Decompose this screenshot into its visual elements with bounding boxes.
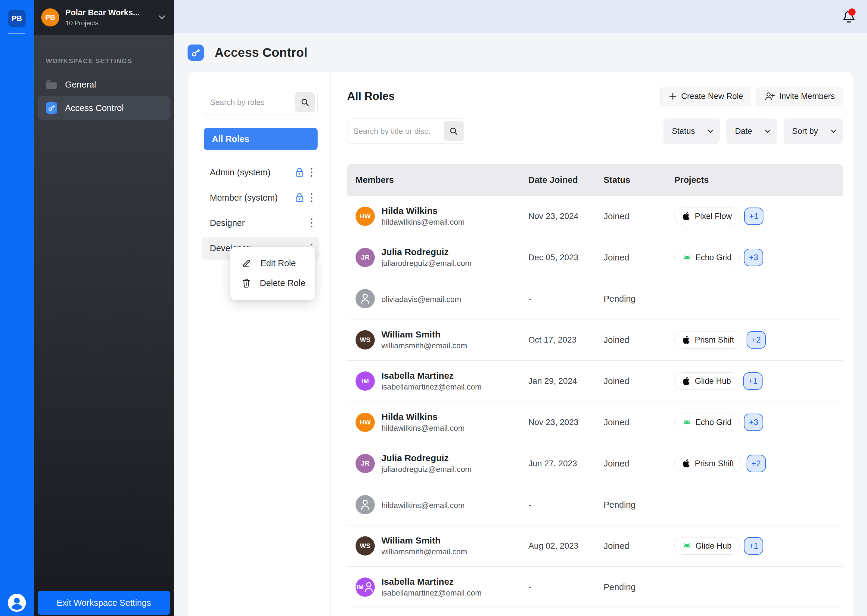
notifications-button[interactable] [840,8,858,25]
member-name: Hilda Wilkins [381,412,465,422]
extra-projects-pill[interactable]: +3 [744,413,763,431]
table-row[interactable]: JR Julia Rodreguiz juliarodreguiz@email.… [347,443,843,484]
project-badge[interactable]: Echo Grid [674,249,740,266]
plus-icon [668,92,677,101]
exit-workspace-settings-button[interactable]: Exit Workspace Settings [38,591,170,615]
member-name: William Smith [381,329,467,339]
chevron-down-icon [765,129,771,134]
member-email: isabellamartinez@email.com [381,382,482,391]
avatar: IM [356,577,375,597]
invite-members-button[interactable]: Invite Members [757,86,843,106]
filter-dropdown[interactable]: Status [664,118,720,144]
member-cell: JR Julia Rodreguiz juliarodreguiz@email.… [356,453,528,474]
members-search-input[interactable] [347,127,444,136]
role-menu-kebab-icon[interactable] [311,218,313,228]
project-name: Glide Hub [695,377,731,386]
menu-item-label: Delete Role [260,278,306,288]
project-badge[interactable]: Prism Shift [674,455,742,472]
role-context-menu: Edit Role Delete Role [230,247,315,300]
member-cell: HW Hilda Wilkins hildawilkins@email.com [356,412,528,433]
date-joined-cell: Oct 17, 2023 [528,335,604,345]
dropdown-label: Status [672,127,695,136]
page-title: Access Control [214,46,307,60]
projects-cell: Echo Grid +3 [674,249,843,266]
members-search-button[interactable] [444,121,463,141]
delete-role-menu-item[interactable]: Delete Role [230,273,315,293]
role-label: Member (system) [210,193,295,203]
create-new-role-button[interactable]: Create New Role [660,86,751,106]
table-row[interactable]: IM Isabella Martinez isabellamartinez@em… [347,567,843,608]
member-email: hildawilkins@email.com [381,501,465,510]
table-row[interactable]: WS William Smith williamsmith@email.com … [347,319,843,361]
access-control-card: All Roles Admin (system) Member (sy [188,72,853,616]
column-header-status: Status [604,175,674,185]
table-row[interactable]: JR Julia Rodreguiz juliarodreguiz@email.… [347,237,843,278]
member-name: Isabella Martinez [381,371,482,381]
avatar-initials: JR [361,460,369,467]
member-cell: oliviadavis@email.com [356,289,528,308]
project-badge[interactable]: Glide Hub [674,372,739,390]
user-avatar[interactable] [8,594,26,612]
person-icon [364,581,374,593]
apple-icon [683,211,691,221]
role-item[interactable]: Admin (system) [202,161,319,184]
project-badge[interactable]: Glide Hub [674,537,740,555]
edit-role-menu-item[interactable]: Edit Role [230,253,315,273]
status-cell: Pending [604,500,674,510]
avatar: WS [356,330,375,349]
role-item[interactable]: Designer [202,211,319,234]
avatar: WS [356,536,375,556]
workspace-rail: PB [0,0,34,616]
project-badge[interactable]: Echo Grid [674,413,740,431]
android-icon [683,253,692,262]
member-cell: IM Isabella Martinez isabellamartinez@em… [356,371,528,391]
projects-cell: Prism Shift +2 [674,331,843,349]
member-name: Julia Rodreguiz [381,247,472,257]
access-control-page-icon [188,44,204,61]
member-cell: IM Isabella Martinez isabellamartinez@em… [356,577,528,598]
table-row[interactable]: oliviadavis@email.com - Pending [347,278,843,319]
extra-projects-pill[interactable]: +1 [743,372,763,390]
table-row[interactable]: WS William Smith williamsmith@email.com … [347,525,843,567]
extra-projects-pill[interactable]: +2 [747,455,766,472]
filter-dropdown[interactable]: Date [727,118,777,144]
workspace-rail-avatar[interactable]: PB [8,9,25,27]
workspace-switcher[interactable]: PB Polar Bear Works... 10 Projects [34,0,174,35]
search-icon [300,97,310,107]
extra-projects-pill[interactable]: +2 [747,331,766,349]
role-item[interactable]: Member (system) [202,186,319,209]
trash-icon [242,278,251,288]
member-cell: JR Julia Rodreguiz juliarodreguiz@email.… [356,247,528,268]
role-menu-kebab-icon[interactable] [311,193,313,203]
sidebar-item-label: Access Control [65,103,124,113]
folder-icon [46,80,57,90]
project-badge[interactable]: Pixel Flow [674,207,740,225]
role-menu-kebab-icon[interactable] [311,167,313,178]
extra-projects-pill[interactable]: +1 [744,207,763,225]
roles-search-input[interactable] [204,98,295,107]
avatar: HW [356,413,375,432]
all-roles-filter-button[interactable]: All Roles [204,128,318,150]
projects-cell: Pixel Flow +1 [674,207,843,225]
workspace-subtitle: 10 Projects [65,19,140,27]
table-row[interactable]: JR Julia Rodreguiz [347,608,843,616]
extra-projects-pill[interactable]: +3 [744,249,763,266]
roles-search-button[interactable] [295,92,315,112]
table-row[interactable]: HW Hilda Wilkins hildawilkins@email.com … [347,402,843,443]
search-icon [449,126,459,136]
member-email: hildawilkins@email.com [381,423,465,433]
project-badge[interactable]: Prism Shift [674,331,742,349]
member-cell: HW Hilda Wilkins hildawilkins@email.com [356,206,528,227]
sidebar-item-access-control[interactable]: Access Control [38,96,170,120]
avatar [356,289,375,308]
table-row[interactable]: IM Isabella Martinez isabellamartinez@em… [347,361,843,402]
sidebar-item-general[interactable]: General [38,73,170,96]
table-row[interactable]: HW Hilda Wilkins hildawilkins@email.com … [347,196,843,237]
status-cell: Joined [604,211,674,222]
extra-projects-pill[interactable]: +1 [744,537,763,555]
table-row[interactable]: hildawilkins@email.com - Pending [347,484,843,525]
filter-dropdown[interactable]: Sort by [783,118,843,144]
project-name: Pixel Flow [695,212,732,221]
apple-icon [683,335,691,345]
roles-search [204,90,318,115]
